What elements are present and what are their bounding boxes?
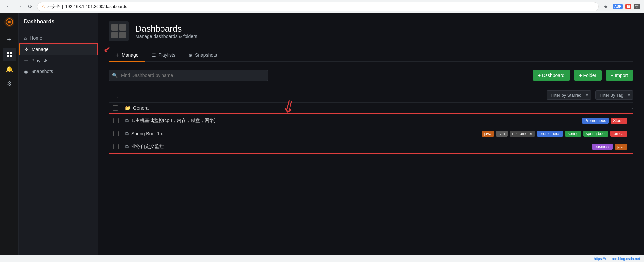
dash-1-tag-5[interactable]: spring boot [583, 131, 608, 137]
search-input[interactable] [109, 70, 268, 81]
app-layout: + 🔔 ⚙ Dashboards ⌂ Home ✛ Manage [0, 13, 644, 255]
browser-chrome: ← → ⟳ ⚠ 不安全 | 192.168.1.101:3000/dashboa… [0, 0, 644, 13]
url-separator: | [62, 4, 63, 9]
sidebar: Dashboards ⌂ Home ✛ Manage ↙ ☰ Playlists… [19, 13, 98, 255]
tab-manage[interactable]: ✛ Manage [109, 49, 145, 62]
forward-button[interactable]: → [15, 2, 24, 11]
rail-add-icon[interactable]: + [3, 33, 16, 46]
import-label: + Import [611, 73, 628, 78]
tab-manage-icon: ✛ [115, 53, 119, 58]
icon-cell-2 [119, 24, 126, 31]
shield-extension[interactable]: 🛡 [634, 4, 640, 9]
rail-dashboards-icon[interactable] [3, 48, 16, 61]
pdf-extension[interactable]: 🖹 [625, 4, 631, 9]
search-icon: 🔍 [112, 73, 118, 78]
toolbar: 🔍 + Dashboard + Folder + Import [109, 70, 633, 81]
add-folder-label: + Folder [579, 73, 597, 78]
sidebar-item-playlists[interactable]: ☰ Playlists [19, 55, 98, 66]
rail-settings-icon[interactable]: ⚙ [3, 77, 16, 90]
sidebar-item-manage[interactable]: ✛ Manage ↙ [19, 43, 98, 55]
dashboards-list: ⇓ ⧉ 1.主机基础监控(cpu，内存，磁盘，网络) Prometheus St… [109, 113, 633, 154]
dash-0-tag-1[interactable]: StarsL [611, 118, 627, 124]
folder-checkbox-col [109, 105, 122, 111]
reload-button[interactable]: ⟳ [25, 2, 34, 11]
status-bar: https://xinchen.blog.csdn.net [0, 255, 644, 262]
page-header: Dashboards Manage dashboards & folders [109, 21, 633, 41]
dash-1-tag-6[interactable]: tomcat [610, 131, 627, 137]
bookmark-button[interactable]: ★ [601, 2, 611, 11]
main-content: Dashboards Manage dashboards & folders ✛… [98, 13, 644, 255]
dash-0-checkbox-col [109, 118, 123, 123]
manage-icon: ✛ [25, 47, 29, 52]
dash-0-checkbox[interactable] [113, 118, 119, 123]
dash-2-tags: business java [592, 144, 627, 150]
dash-1-tag-1[interactable]: jvm [496, 131, 508, 137]
dash-1-tag-2[interactable]: micrometer [510, 131, 535, 137]
filter-tag-select[interactable]: Filter By Tag [595, 90, 633, 100]
svg-rect-10 [10, 55, 12, 57]
folder-icon: 📁 [125, 105, 130, 111]
dash-1-tag-3[interactable]: prometheus [537, 131, 563, 137]
folder-checkbox[interactable] [113, 105, 118, 111]
sidebar-title: Dashboards [24, 19, 54, 24]
folder-expand-chevron[interactable]: ⌄ [630, 106, 633, 110]
tab-playlists-label: Playlists [159, 52, 175, 58]
dash-2-checkbox[interactable] [113, 144, 119, 149]
dashboard-row-2[interactable]: ⧉ 业务自定义监控 business java [109, 140, 633, 153]
url-prefix: 不安全 [47, 4, 60, 10]
tab-snapshots[interactable]: ◉ Snapshots [182, 49, 224, 62]
filter-starred-wrap: Filter by Starred ▼ [547, 90, 591, 100]
dash-1-tag-0[interactable]: java [482, 131, 494, 137]
snapshots-icon: ◉ [24, 69, 28, 74]
add-dashboard-button[interactable]: + Dashboard [533, 70, 570, 81]
icon-cell-4 [119, 32, 126, 38]
playlists-icon: ☰ [24, 58, 28, 63]
filter-starred-select[interactable]: Filter by Starred [547, 90, 591, 100]
dash-0-grid-icon: ⧉ [125, 118, 129, 124]
icon-rail: + 🔔 ⚙ [0, 13, 19, 255]
abp-extension[interactable]: ABP [613, 4, 623, 9]
tab-manage-label: Manage [122, 52, 139, 58]
tab-playlists[interactable]: ☰ Playlists [145, 49, 182, 62]
svg-rect-8 [10, 52, 12, 54]
dash-2-tag-0[interactable]: business [592, 144, 613, 150]
dashboard-row-1[interactable]: ⧉ Spring Boot 1.x java jvm micrometer pr… [109, 127, 633, 140]
dash-2-tag-1[interactable]: java [615, 144, 627, 150]
dashboard-row-0[interactable]: ⧉ 1.主机基础监控(cpu，内存，磁盘，网络) Prometheus Star… [109, 114, 633, 127]
address-bar[interactable]: ⚠ 不安全 | 192.168.1.101:3000/dashboards [37, 2, 599, 11]
home-icon: ⌂ [24, 35, 27, 41]
sidebar-item-snapshots[interactable]: ◉ Snapshots [19, 66, 98, 77]
sidebar-item-label-manage: Manage [32, 47, 49, 52]
add-folder-button[interactable]: + Folder [574, 70, 602, 81]
page-title: Dashboards [135, 24, 197, 34]
url-text: 192.168.1.101:3000/dashboards [65, 4, 127, 9]
dash-1-tag-4[interactable]: spring [565, 131, 581, 137]
browser-nav-buttons: ← → ⟳ [4, 2, 34, 11]
sidebar-item-home[interactable]: ⌂ Home [19, 33, 98, 43]
folder-row-general[interactable]: 📁 General ⌄ [109, 102, 633, 113]
dash-1-tags: java jvm micrometer prometheus spring sp… [482, 131, 627, 137]
import-button[interactable]: + Import [606, 70, 633, 81]
dash-0-tag-0[interactable]: Prometheus [582, 118, 609, 124]
back-button[interactable]: ← [4, 2, 13, 11]
page-icon [109, 21, 129, 41]
page-subtitle: Manage dashboards & folders [135, 34, 197, 39]
grafana-logo-svg [4, 17, 15, 27]
grid-icon [6, 51, 13, 58]
select-all-checkbox[interactable] [113, 93, 118, 98]
browser-extension-buttons: ★ ABP 🖹 🛡 [601, 2, 640, 11]
dash-1-name: Spring Boot 1.x [131, 131, 479, 136]
security-icon: ⚠ [41, 4, 45, 9]
icon-cell-1 [111, 24, 118, 31]
filters-right: Filter by Starred ▼ Filter By Tag ▼ [547, 90, 633, 100]
rail-alerts-icon[interactable]: 🔔 [3, 62, 16, 76]
page-icon-grid [110, 23, 127, 40]
grafana-logo[interactable] [3, 16, 15, 28]
sidebar-item-label-home: Home [30, 35, 42, 41]
dash-2-checkbox-col [109, 144, 123, 149]
dash-1-checkbox[interactable] [113, 131, 119, 136]
select-all-checkbox-col [109, 93, 122, 98]
dash-1-checkbox-col [109, 131, 123, 136]
sidebar-item-label-playlists: Playlists [32, 58, 48, 63]
add-dashboard-label: + Dashboard [538, 73, 565, 78]
